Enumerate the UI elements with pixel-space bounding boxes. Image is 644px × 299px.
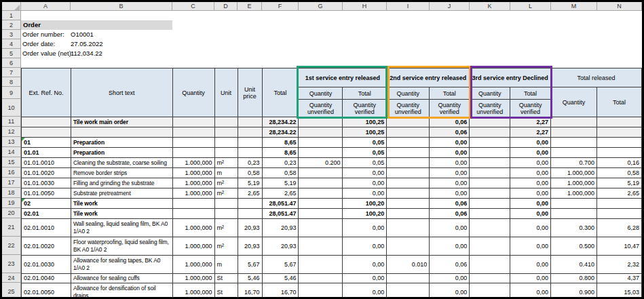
cell-g2-qty-unverified[interactable]: 0.010 <box>387 256 430 274</box>
cell-g2-qty-unverified[interactable] <box>387 178 430 188</box>
cell-g3-qty-verified[interactable]: 0,00 <box>510 188 551 199</box>
row-header-25[interactable]: 25 <box>2 283 20 299</box>
cell-g1-qty-unverified[interactable] <box>299 168 343 178</box>
cell-released-quantity[interactable]: 1.000,000 <box>551 168 597 178</box>
cell-g1-qty-verified[interactable]: 0,00 <box>343 168 387 178</box>
cell-unit-price[interactable] <box>238 209 262 219</box>
column-header-l[interactable]: L <box>510 2 551 11</box>
cell-g3-qty-unverified[interactable] <box>470 209 510 219</box>
cell-quantity[interactable]: 1.000,000 <box>172 188 214 199</box>
cell-quantity[interactable]: 1.000,000 <box>172 256 214 274</box>
cell-unit-price[interactable]: 16,70 <box>238 283 262 299</box>
cell-total[interactable]: 28,051.47 <box>262 209 299 219</box>
cell-g3-qty-verified[interactable]: 0,00 <box>510 283 551 299</box>
cell-g3-qty-verified[interactable]: 0,00 <box>510 219 551 237</box>
row-header-11[interactable]: 11 <box>2 117 20 127</box>
cell-g2-qty-verified[interactable]: 0,00 <box>430 138 470 148</box>
cell-short-text[interactable]: Remove border strips <box>71 168 172 178</box>
cell-g1-qty-verified[interactable]: 100,20 <box>343 199 387 209</box>
cell-g2-qty-unverified[interactable] <box>387 168 430 178</box>
cell-g3-qty-unverified[interactable] <box>470 168 510 178</box>
cell-g1-qty-verified[interactable]: 100,20 <box>343 209 387 219</box>
cell-released-quantity[interactable] <box>551 127 597 138</box>
cell-released-total[interactable]: 6,28 <box>597 219 642 237</box>
cell-g1-qty-verified[interactable]: 0,05 <box>343 158 387 168</box>
cell-quantity[interactable] <box>172 209 214 219</box>
cell-short-text[interactable]: Filling and grinding the substrate <box>71 178 172 188</box>
cell-unit[interactable]: m² <box>214 219 238 237</box>
cell-unit[interactable] <box>214 148 238 158</box>
cell-g1-qty-unverified[interactable] <box>299 117 343 127</box>
row-header-15[interactable]: 15 <box>2 157 20 167</box>
header-g2-quantity[interactable]: Quantity <box>387 87 430 100</box>
row-header-17[interactable]: 17 <box>2 178 20 188</box>
cell-released-quantity[interactable]: 0.500 <box>551 237 597 256</box>
cell-unit[interactable]: St <box>214 274 238 283</box>
cell-unit[interactable]: St <box>214 283 238 299</box>
cell-unit-price[interactable]: 0,58 <box>238 168 262 178</box>
cell-g2-qty-unverified[interactable] <box>387 199 430 209</box>
cell-ext-ref[interactable]: 01 <box>22 138 71 148</box>
cell-g2-qty-verified[interactable]: 0,00 <box>430 283 470 299</box>
header-g3-quantity[interactable]: Quantity <box>470 87 510 100</box>
cell-g2-qty-verified[interactable]: 0,06 <box>430 256 470 274</box>
cell-released-quantity[interactable]: 0.300 <box>551 219 597 237</box>
cell-unit[interactable] <box>214 127 238 138</box>
cell-unit-price[interactable]: 0,23 <box>238 158 262 168</box>
cell-unit-price[interactable] <box>238 148 262 158</box>
cell-g1-qty-verified[interactable]: 0,00 <box>343 256 387 274</box>
header-tr-total[interactable]: Total <box>597 87 642 117</box>
cell-g3-qty-verified[interactable]: 0,00 <box>510 148 551 158</box>
cell-released-quantity[interactable]: 1.000,000 <box>551 188 597 199</box>
header-quantity[interactable]: Quantity <box>172 68 214 117</box>
cell-g3-qty-verified[interactable]: 0,00 <box>510 256 551 274</box>
cell-short-text[interactable]: Tile work <box>71 209 172 219</box>
cell-total[interactable]: 28,234.22 <box>262 117 299 127</box>
header-g1-unverified[interactable]: Quantity unverified <box>299 100 343 117</box>
cell-released-total[interactable]: 4,37 <box>597 274 642 283</box>
cell-g3-qty-unverified[interactable] <box>470 237 510 256</box>
cell-unit[interactable]: m <box>214 256 238 274</box>
column-header-g[interactable]: G <box>299 2 343 11</box>
cell-short-text[interactable]: Tile work main order <box>71 117 172 127</box>
cell-short-text[interactable]: Cleaning the substrate, coarse soiling <box>71 158 172 168</box>
cell-g1-qty-verified[interactable]: 0,00 <box>343 219 387 237</box>
row-header-4[interactable]: 4 <box>2 39 20 49</box>
row-header-19[interactable]: 19 <box>2 198 20 208</box>
column-header-f[interactable]: F <box>262 2 299 11</box>
cell-quantity[interactable]: 1.000,000 <box>172 274 214 283</box>
cell-g1-qty-unverified[interactable]: 0.200 <box>299 158 343 168</box>
column-header-c[interactable]: C <box>172 2 214 11</box>
cell-released-total[interactable]: 2,32 <box>597 256 642 274</box>
row-header-12[interactable]: 12 <box>2 127 20 137</box>
cell-unit-price[interactable] <box>238 138 262 148</box>
row-header-2[interactable]: 2 <box>2 20 20 30</box>
cell-g3-qty-unverified[interactable] <box>470 199 510 209</box>
cell-g1-qty-verified[interactable]: 0,00 <box>343 283 387 299</box>
cell-released-quantity[interactable] <box>551 209 597 219</box>
cell-g3-qty-verified[interactable]: 0,00 <box>510 209 551 219</box>
cell-released-total[interactable] <box>597 148 642 158</box>
cell-released-quantity[interactable]: 0.900 <box>551 283 597 299</box>
cell-released-total[interactable]: 0,16 <box>597 158 642 168</box>
header-total[interactable]: Total <box>262 68 299 117</box>
cell-g1-qty-verified[interactable]: 0,05 <box>343 148 387 158</box>
cell-unit-price[interactable]: 20,93 <box>238 237 262 256</box>
cell-ext-ref[interactable]: 02.01.0050 <box>22 283 71 299</box>
header-service-entry-1[interactable]: 1st service entry released <box>299 68 387 87</box>
row-header-22[interactable]: 22 <box>2 237 20 255</box>
column-header-d[interactable]: D <box>214 2 238 11</box>
header-g1-quantity[interactable]: Quantity <box>299 87 343 100</box>
cell-unit[interactable]: m² <box>214 188 238 199</box>
cell-g1-qty-unverified[interactable] <box>299 199 343 209</box>
cell-g2-qty-verified[interactable]: 0,00 <box>430 188 470 199</box>
order-number-value[interactable]: O10001 <box>71 30 94 39</box>
header-g2-total[interactable]: Total <box>430 87 470 100</box>
header-g3-verified[interactable]: Quantity verified <box>510 100 551 117</box>
row-header-6[interactable]: 6 <box>2 58 20 68</box>
cell-released-total[interactable]: 5,19 <box>597 178 642 188</box>
cell-quantity[interactable]: 1.000,000 <box>172 283 214 299</box>
cell-g1-qty-verified[interactable]: 0,05 <box>343 138 387 148</box>
cell-g2-qty-unverified[interactable] <box>387 127 430 138</box>
header-g1-total[interactable]: Total <box>343 87 387 100</box>
